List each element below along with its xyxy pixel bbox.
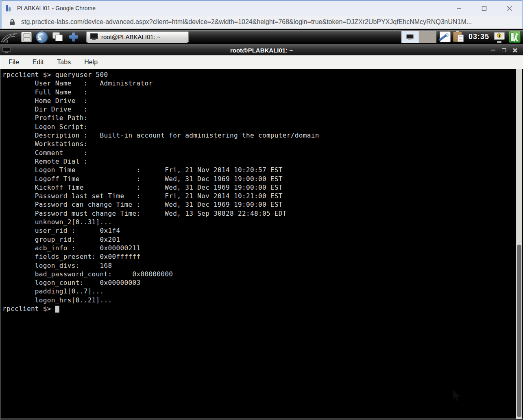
mouse-cursor-icon [452,390,460,402]
maximize-icon [482,6,487,11]
terminal-scrollbar[interactable] [516,69,522,419]
terminal-monitor-icon [90,33,98,40]
workspace-1-active[interactable] [401,31,419,43]
screen: { "window": { "title": "PLABKALI01 - Goo… [0,0,523,420]
web-browser-icon[interactable] [36,31,48,43]
menu-file[interactable]: File [6,58,22,67]
browser-titlebar: PLABKALI01 - Google Chrome [0,0,523,15]
taskbar-terminal-button[interactable]: root@PLABKALI01: ~ [86,31,189,42]
terminal-window-title: root@PLABKALI01: ~ [0,47,523,54]
browser-address-bar[interactable]: stg.practice-labs.com/device-advanced.as… [0,15,523,29]
browser-maximize-button[interactable] [471,1,497,15]
minimize-icon [456,6,462,11]
terminal-minimize-icon[interactable] [491,50,495,50]
browser-favicon-icon [6,4,12,12]
terminal-menubar: File Edit Tabs Help [0,55,523,69]
terminal-titlebar[interactable]: root@PLABKALI01: ~ [0,44,523,55]
terminal-restore-icon[interactable] [502,48,506,52]
taskbar-clock[interactable]: 03:35 [469,33,489,41]
browser-close-button[interactable] [497,1,522,15]
add-desktop-icon[interactable] [68,31,80,43]
terminal-output: rpcclient $> queryuser 500 User Name : A… [0,69,523,304]
taskbar-button-label: root@PLABKALI01: ~ [101,33,161,40]
browser-minimize-button[interactable] [446,1,471,15]
terminal-window-icon [2,47,11,53]
terminal-scrollbar-thumb[interactable] [517,245,521,417]
ssl-lock-icon[interactable] [10,19,15,25]
iconify-windows-icon[interactable] [51,31,64,43]
terminal-close-icon[interactable] [513,48,517,52]
url-text[interactable]: stg.practice-labs.com/device-advanced.as… [21,18,472,26]
terminal-prompt-line: rpcclient $> [0,304,523,313]
logout-icon[interactable] [509,31,521,43]
screenshot-tool-icon[interactable] [440,31,451,42]
close-icon [507,6,512,11]
workspace-2[interactable] [419,31,436,43]
clipboard-manager-icon[interactable] [453,31,465,43]
terminal-output-area[interactable]: rpcclient $> queryuser 500 User Name : A… [0,69,523,420]
terminal-cursor [55,306,59,313]
menu-tabs[interactable]: Tabs [54,58,73,67]
desktop-taskbar: root@PLABKALI01: ~ 03:35 [0,30,523,44]
kali-menu-icon[interactable] [1,31,19,43]
workspace-pager [401,31,436,43]
screen-lock-icon[interactable] [493,31,506,43]
menu-help[interactable]: Help [82,58,100,67]
file-manager-icon[interactable] [21,32,32,42]
workspace-window-icon [406,34,414,40]
terminal-prompt: rpcclient $> [2,305,55,313]
menu-edit[interactable]: Edit [30,58,46,67]
browser-window-title: PLABKALI01 - Google Chrome [17,5,96,11]
